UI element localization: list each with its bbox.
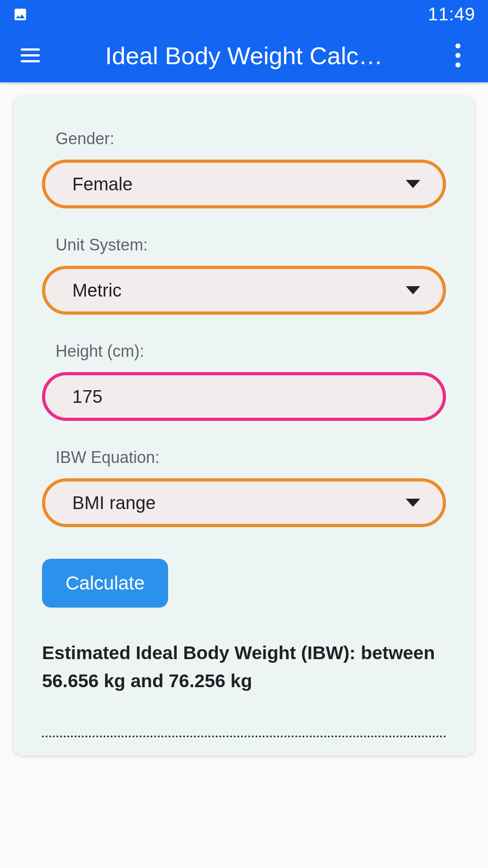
more-menu-icon[interactable] — [448, 43, 467, 67]
gallery-icon — [13, 7, 28, 22]
height-form-group: Height (cm): — [42, 342, 446, 421]
chevron-down-icon — [406, 286, 420, 294]
gender-select[interactable]: Female — [42, 160, 446, 208]
chevron-down-icon — [406, 180, 420, 188]
unit-system-form-group: Unit System: Metric — [42, 236, 446, 315]
hamburger-menu-icon[interactable] — [21, 48, 40, 62]
calculator-card: Gender: Female Unit System: Metric Heigh… — [13, 95, 475, 755]
equation-value: BMI range — [72, 493, 156, 513]
equation-form-group: IBW Equation: BMI range — [42, 448, 446, 527]
page-title: Ideal Body Weight Calc… — [40, 42, 448, 70]
height-label: Height (cm): — [42, 342, 446, 361]
app-bar: Ideal Body Weight Calc… — [0, 28, 488, 82]
card-inner: Gender: Female Unit System: Metric Heigh… — [28, 129, 460, 737]
chevron-down-icon — [406, 499, 420, 507]
status-time: 11:49 — [428, 4, 475, 24]
equation-select[interactable]: BMI range — [42, 478, 446, 527]
equation-label: IBW Equation: — [42, 448, 446, 467]
result-text: Estimated Ideal Body Weight (IBW): betwe… — [42, 639, 446, 695]
unit-system-label: Unit System: — [42, 236, 446, 255]
unit-system-value: Metric — [72, 280, 122, 301]
gender-form-group: Gender: Female — [42, 129, 446, 208]
status-bar: 11:49 — [0, 0, 488, 28]
height-input-wrapper[interactable] — [42, 372, 446, 421]
gender-value: Female — [72, 174, 132, 194]
unit-system-select[interactable]: Metric — [42, 266, 446, 315]
content-wrapper: Gender: Female Unit System: Metric Heigh… — [0, 82, 488, 769]
calculate-button[interactable]: Calculate — [42, 559, 168, 608]
gender-label: Gender: — [42, 129, 446, 148]
height-field[interactable] — [72, 387, 416, 407]
divider — [42, 736, 446, 737]
